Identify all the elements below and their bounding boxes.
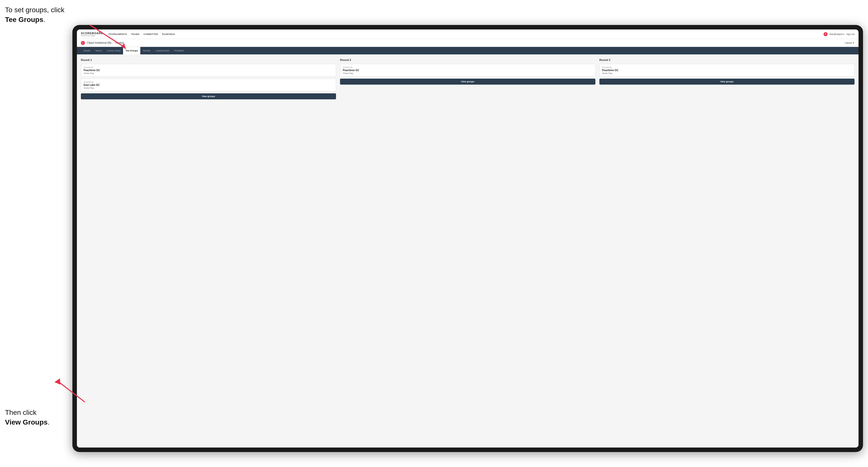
round-1-course-b-label: (Course B) [84,81,333,83]
round-3-course-a-format: Stroke Play [602,72,852,74]
round-1-view-groups-button[interactable]: View groups [81,93,336,99]
round-1-column: Round 1 (Course A) Peachtree GC Stroke P… [81,58,336,99]
tab-details[interactable]: Details [81,47,93,54]
round-1-course-a-name: Peachtree GC [84,69,333,72]
nav-rankings[interactable]: RANKINGS [162,32,175,36]
round-2-course-a-card: (Course A) Peachtree GC Stroke Play [340,64,595,76]
sub-navigation: Details Teams Course Setup Tee Groups Re… [77,47,859,54]
tab-leaderboards[interactable]: Leaderboards [153,47,172,54]
nav-tournaments[interactable]: TOURNAMENTS [108,32,127,36]
round-2-course-a-format: Stroke Play [343,72,592,74]
nav-committee[interactable]: COMMITTEE [144,32,158,36]
round-1-course-b-card: (Course B) East Lake GC Stroke Play [81,79,336,91]
top-navigation: SCOREBOARD Powered by clippit TOURNAMENT… [77,29,859,39]
user-avatar: B [824,32,828,36]
round-1-course-a-card: (Course A) Peachtree GC Stroke Play [81,64,336,76]
main-content: Round 1 (Course A) Peachtree GC Stroke P… [77,54,859,447]
tournament-name: Clippd Invitational (My... · Hosting [87,41,845,44]
svg-marker-3 [55,378,60,385]
round-2-column: Round 2 (Course A) Peachtree GC Stroke P… [340,58,595,99]
tab-tee-groups[interactable]: Tee Groups [123,47,140,54]
round-1-course-a-format: Stroke Play [84,72,333,74]
view-groups-highlight: View Groups [5,418,48,426]
round-2-course-a-name: Peachtree GC [343,69,592,72]
user-email: blair@clippd.io [830,33,844,35]
nav-links: TOURNAMENTS TEAMS COMMITTEE RANKINGS [108,32,823,36]
round-3-course-a-card: (Course A) Peachtree GC Stroke Play [599,64,855,76]
instruction-top: To set groups, click Tee Groups. [5,5,64,25]
round-2-course-a-label: (Course A) [343,66,592,68]
round-1-course-b-format: Stroke Play [84,87,333,89]
round-3-title: Round 3 [599,58,855,61]
cancel-button[interactable]: Cancel ✕ [845,42,855,44]
nav-teams[interactable]: TEAMS [131,32,140,36]
tab-course-setup[interactable]: Course Setup [104,47,123,54]
round-3-view-groups-button[interactable]: View groups [599,79,855,85]
tab-results[interactable]: Results [140,47,153,54]
instruction-bottom: Then click View Groups. [5,408,50,427]
nav-right: B blair@clippd.io Sign out [824,32,855,36]
logo-sub: Powered by clippit [81,35,103,36]
tab-printables[interactable]: Printables [172,47,187,54]
tablet-device: SCOREBOARD Powered by clippit TOURNAMENT… [72,25,863,452]
round-1-course-b-name: East Lake GC [84,84,333,86]
logo-area: SCOREBOARD Powered by clippit [81,32,103,36]
tournament-header: C Clippd Invitational (My... · Hosting C… [77,39,859,47]
round-2-view-groups-button[interactable]: View groups [340,79,595,85]
round-1-title: Round 1 [81,58,336,61]
tournament-logo: C [81,41,85,45]
tablet-screen: SCOREBOARD Powered by clippit TOURNAMENT… [77,29,859,447]
round-3-column: Round 3 (Course A) Peachtree GC Stroke P… [599,58,855,99]
rounds-grid: Round 1 (Course A) Peachtree GC Stroke P… [81,58,855,99]
round-2-title: Round 2 [340,58,595,61]
round-1-course-a-label: (Course A) [84,66,333,68]
sign-out-link[interactable]: Sign out [846,33,855,35]
round-3-course-a-name: Peachtree GC [602,69,852,72]
tab-teams[interactable]: Teams [93,47,104,54]
tee-groups-highlight: Tee Groups [5,16,43,24]
logo-text: SCOREBOARD [81,32,103,35]
round-3-course-a-label: (Course A) [602,66,852,68]
logo-scoreboard: SCOREBOARD [81,32,103,35]
